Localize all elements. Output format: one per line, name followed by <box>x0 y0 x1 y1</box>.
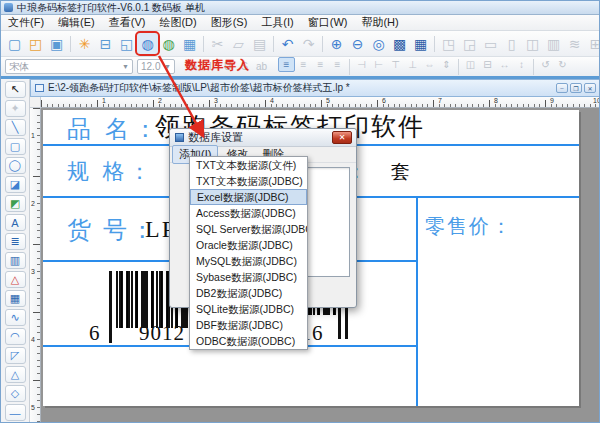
ellipse-tool[interactable]: ◯ <box>5 157 26 174</box>
hline-tool[interactable]: — <box>5 404 26 421</box>
doc-window-button[interactable]: – <box>556 83 568 93</box>
datasource-menu-item[interactable]: ODBC数据源(ODBC) <box>190 333 307 349</box>
merge-icon[interactable]: ⊞ <box>585 33 600 54</box>
datasource-menu-item[interactable]: MySQL数据源(JDBC) <box>190 253 307 269</box>
horizontal-ruler: 12345678910 <box>41 97 600 108</box>
spec-label[interactable]: 规 格： <box>67 157 155 187</box>
same-width-icon[interactable]: ◫ <box>462 57 479 72</box>
barcode-tool[interactable]: ▥ <box>5 252 26 269</box>
select-tool[interactable]: ↖ <box>5 81 26 98</box>
dist-top-icon[interactable]: ⊤ <box>387 57 404 72</box>
shape-tool[interactable]: △ <box>5 271 26 288</box>
line-tool[interactable]: ╲ <box>5 119 26 136</box>
database-add-icon[interactable]: ◍ <box>158 33 179 54</box>
retail-price-label[interactable]: 零售价： <box>425 213 513 240</box>
polygon-tool[interactable]: ◸ <box>5 347 26 364</box>
datasource-menu-item[interactable]: SQLite数据源(JDBC) <box>190 301 307 317</box>
grid-icon[interactable]: ▦ <box>179 33 200 54</box>
product-name-label[interactable]: 品 名： <box>67 113 161 145</box>
unit-value[interactable]: 套 <box>391 159 410 185</box>
zoom-actual-icon[interactable]: ◎ <box>368 33 389 54</box>
font-family-select[interactable]: 宋体 ▼ <box>5 59 133 74</box>
menu-item[interactable]: 工具(I) <box>254 14 300 31</box>
menu-item[interactable]: 编辑(E) <box>51 14 102 31</box>
menu-item[interactable]: 文件(F) <box>1 14 51 31</box>
rotate-right-icon[interactable]: ◲ <box>459 33 480 54</box>
dist-left-icon[interactable]: ⊣ <box>353 57 370 72</box>
datasource-menu-item[interactable]: Sybase数据源(JDBC) <box>190 269 307 285</box>
diamond-tool[interactable]: ◇ <box>5 385 26 402</box>
format-toolbar: 宋体 ▼ 12.0 ▼ BIUSab ≡≡≡≡⊣⊢⊤⊥⇔⇕◫⊟↔↕↺↻ <box>1 57 600 76</box>
datasource-menu-item[interactable]: TXT文本数据源(文件) <box>190 157 307 173</box>
doc-window-button[interactable]: ✕ <box>584 83 596 93</box>
datasource-menu-item[interactable]: DBF数据源(JDBC) <box>190 317 307 333</box>
rotate-cw-icon[interactable]: ↻ <box>554 57 571 72</box>
space-h-icon[interactable]: ↔ <box>496 57 513 72</box>
new-document-icon[interactable]: ▢ <box>4 33 25 54</box>
zoom-in-icon[interactable]: ⊕ <box>326 33 347 54</box>
save-icon[interactable]: ▣ <box>46 33 67 54</box>
dist-right-icon[interactable]: ⊢ <box>370 57 387 72</box>
print-preview-icon[interactable]: ◱ <box>116 33 137 54</box>
menu-item[interactable]: 帮助(H) <box>354 14 405 31</box>
datasource-menu-item[interactable]: SQL Server数据源(JDBC) <box>190 221 307 237</box>
qrcode-tool[interactable]: ▦ <box>5 290 26 307</box>
group-icon[interactable]: ▭ <box>480 33 501 54</box>
font-size-select[interactable]: 12.0 ▼ <box>137 59 175 74</box>
redo-icon[interactable]: ↷ <box>298 33 319 54</box>
rounded-rect-tool[interactable]: ▢ <box>5 138 26 155</box>
settings-icon[interactable]: ✳ <box>74 33 95 54</box>
arc-tool[interactable]: ◠ <box>5 328 26 345</box>
separator <box>319 34 326 54</box>
rotate-ccw-icon[interactable]: ↺ <box>537 57 554 72</box>
lock-icon[interactable]: ◫ <box>522 33 543 54</box>
curve-tool[interactable]: ∿ <box>5 309 26 326</box>
align-justify-icon[interactable]: ≡ <box>329 57 346 72</box>
align-left-icon[interactable]: ≡ <box>278 57 295 72</box>
database-import-icon[interactable]: ◍ <box>137 33 158 54</box>
close-icon[interactable]: ✕ <box>332 131 352 144</box>
align-center-icon[interactable]: ≡ <box>295 57 312 72</box>
print-icon[interactable]: ⊟ <box>95 33 116 54</box>
fit-window-icon[interactable]: ▩ <box>389 33 410 54</box>
doc-window-button[interactable]: ❐ <box>570 83 582 93</box>
dist-h-icon[interactable]: ⇔ <box>421 57 438 72</box>
dist-bottom-icon[interactable]: ⊥ <box>404 57 421 72</box>
same-height-icon[interactable]: ⊟ <box>479 57 496 72</box>
copy-icon[interactable]: ▱ <box>228 33 249 54</box>
datasource-menu-item[interactable]: Excel数据源(JDBC) <box>190 189 307 205</box>
separator <box>431 34 438 54</box>
paste-icon[interactable]: ▤ <box>249 33 270 54</box>
item-no-label[interactable]: 货 号： <box>67 214 157 246</box>
menu-item[interactable]: 查看(V) <box>102 14 153 31</box>
datasource-menu-item[interactable]: Access数据源(JDBC) <box>190 205 307 221</box>
fill-icon[interactable]: ▥ <box>543 33 564 54</box>
align-right-icon[interactable]: ≡ <box>312 57 329 72</box>
menu-item[interactable]: 窗口(W) <box>301 14 355 31</box>
order-icon[interactable]: ≋ <box>564 33 585 54</box>
zoom-out-icon[interactable]: ⊖ <box>347 33 368 54</box>
ungroup-icon[interactable]: ▯ <box>501 33 522 54</box>
image-tool[interactable]: ◪ <box>5 176 26 193</box>
rotate-left-icon[interactable]: ◳ <box>438 33 459 54</box>
text-tool[interactable]: A <box>5 214 26 231</box>
datasource-menu-item[interactable]: Oracle数据源(JDBC) <box>190 237 307 253</box>
space-v-icon[interactable]: ↕ <box>513 57 530 72</box>
dist-v-icon[interactable]: ⇕ <box>438 57 455 72</box>
rotate-tool[interactable]: ✦ <box>5 100 26 117</box>
picture-tool[interactable]: ◩ <box>5 195 26 212</box>
application-window: 中琅条码标签打印软件-V6.0.1 数码板 单机 文件(F)编辑(E)查看(V)… <box>0 0 600 423</box>
menu-item[interactable]: 绘图(D) <box>152 14 203 31</box>
datasource-menu-item[interactable]: DB2数据源(JDBC) <box>190 285 307 301</box>
ruler-corner <box>30 97 41 108</box>
fit-page-icon[interactable]: ▦ <box>410 33 431 54</box>
datasource-menu-item[interactable]: TXT文本数据源(JDBC) <box>190 173 307 189</box>
annotation-text: 数据库导入 <box>185 57 250 74</box>
undo-icon[interactable]: ↶ <box>277 33 298 54</box>
rich-text-tool[interactable]: ≣ <box>5 233 26 250</box>
cut-icon[interactable]: ✂ <box>207 33 228 54</box>
open-file-icon[interactable]: ◰ <box>25 33 46 54</box>
menu-item[interactable]: 图形(S) <box>204 14 255 31</box>
triangle-tool[interactable]: △ <box>5 366 26 383</box>
clear-format-icon[interactable]: ab <box>253 59 270 74</box>
